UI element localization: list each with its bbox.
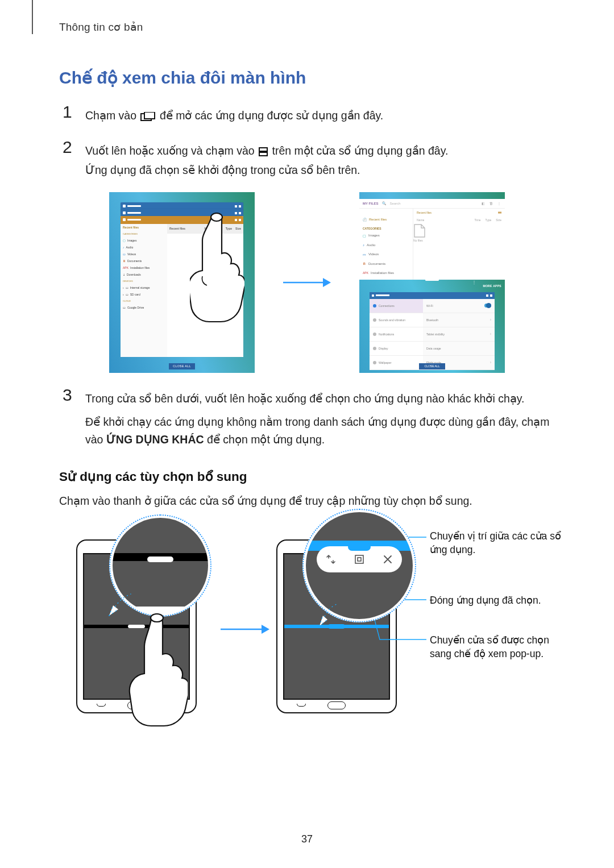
card-header xyxy=(370,292,495,299)
split-view-icon xyxy=(235,219,237,221)
step-text: Vuốt lên hoặc xuống và chạm vào xyxy=(85,144,258,157)
recent-card-files: Recent files CATEGORIES ▢Images ♪Audio ▭… xyxy=(121,216,243,357)
step-text: Chạm vào xyxy=(85,109,139,122)
step-body: Chạm vào để mở các ứng dụng được sử dụng… xyxy=(85,103,551,126)
card-stack: Recent files CATEGORIES ▢Images ♪Audio ▭… xyxy=(121,202,243,355)
tablet-recent-apps: Recent files CATEGORIES ▢Images ♪Audio ▭… xyxy=(109,192,255,373)
settings-item: Connections xyxy=(370,299,423,313)
callout-close: Đóng ứng dụng đã chọn. xyxy=(430,594,572,608)
settings-detail: Wi-Fi Bluetooth› Tablet visibility› Data… xyxy=(423,299,495,369)
sidebar-item: ⤓Downloads xyxy=(121,271,167,278)
card-title xyxy=(376,294,389,296)
file-icon xyxy=(413,223,505,239)
settings-row: Wi-Fi xyxy=(423,299,495,313)
category-audio: ♪Audio xyxy=(359,240,413,250)
bubble-tail-icon xyxy=(308,600,342,634)
split-view-icon xyxy=(259,144,268,161)
sidebar: Recent files CATEGORIES ▢Images ♪Audio ▭… xyxy=(121,224,167,357)
hdr-title: Recent files xyxy=(417,211,432,214)
handle-blue xyxy=(348,543,371,551)
callout-swap: Chuyển vị trí giữa các cửa sổ ứng dụng. xyxy=(430,530,572,556)
top-window-files: MY FILES 🔍 Search ◧ 🗑 ⋮ 🕘Recent files CA… xyxy=(359,199,505,280)
sidebar-item: ▭Videos xyxy=(121,251,167,258)
more-icon: ⋮ xyxy=(472,281,475,284)
more-icon: ⋮ xyxy=(497,201,501,206)
categories-sidebar: 🕘Recent files CATEGORIES ▢Images ♪Audio … xyxy=(359,209,413,280)
trash-icon: 🗑 xyxy=(489,201,493,206)
status-bar xyxy=(359,192,505,197)
file-main: Recent files ▮▮▮ Name Time Type Size N xyxy=(413,209,505,280)
sidebar-item: 🗎Documents xyxy=(121,258,167,264)
category-images: ▢Images xyxy=(359,231,413,240)
settings-row: Tablet visibility› xyxy=(423,327,495,342)
section-title: Chế độ xem chia đôi màn hình xyxy=(59,68,551,88)
category-videos: ▭Videos xyxy=(359,250,413,259)
status-bar xyxy=(109,192,255,197)
chevron-icon: › xyxy=(490,360,491,364)
gear-icon xyxy=(372,294,374,297)
step-text: để mở các ứng dụng được sử dụng gần đây. xyxy=(160,109,383,122)
document-page: Thông tin cơ bản Chế độ xem chia đôi màn… xyxy=(0,0,614,868)
svg-rect-3 xyxy=(259,152,267,156)
arrow-right-icon xyxy=(282,276,332,289)
step-number: 1 xyxy=(63,103,85,126)
zoom-bubble xyxy=(109,514,211,617)
step-3: 3 Trong cửa sổ bên dưới, vuốt lên hoặc x… xyxy=(63,387,551,449)
settings-row: Bluetooth› xyxy=(423,313,495,327)
empty-label: No files xyxy=(413,239,505,242)
app-toolbar: MY FILES 🔍 Search ◧ 🗑 ⋮ xyxy=(359,199,505,209)
tablet-split-view: MY FILES 🔍 Search ◧ 🗑 ⋮ 🕘Recent files CA… xyxy=(359,192,505,373)
app-title: MY FILES xyxy=(363,202,379,205)
search-placeholder: Search xyxy=(390,202,478,205)
callout-popup: Chuyển cửa sổ được chọn sang chế độ xem … xyxy=(430,634,572,661)
sidebar-item: ▢Images xyxy=(121,237,167,244)
chevron-icon: › xyxy=(490,318,491,322)
file-main: Recent files Name Time Type Size xyxy=(167,224,243,357)
cloud-header: CLOUD xyxy=(121,298,167,304)
devices-header: DEVICES xyxy=(121,278,167,284)
body-text: Chạm vào thanh ở giữa các cửa sổ ứng dụn… xyxy=(59,492,551,510)
page-number: 37 xyxy=(0,833,614,845)
sidebar-header: Recent files xyxy=(121,224,167,231)
step-body: Trong cửa sổ bên dưới, vuốt lên hoặc xuố… xyxy=(85,387,551,449)
settings-item: Wallpaper xyxy=(370,356,423,370)
section-header: CATEGORIES xyxy=(359,225,413,231)
step-text: trên một cửa sổ ứng dụng gần đây. xyxy=(272,144,449,157)
category-recent: 🕘Recent files xyxy=(359,215,413,225)
sidebar-item: ›▭Internal storage xyxy=(121,284,167,291)
svg-rect-2 xyxy=(259,148,267,151)
empty-label: No files xyxy=(167,301,243,304)
step-1: 1 Chạm vào để mở các ứng dụng được sử dụ… xyxy=(63,103,551,126)
close-icon xyxy=(239,219,241,221)
sidebar-item: ▭Google Drive xyxy=(121,304,167,311)
close-all-button[interactable]: CLOSE ALL xyxy=(419,363,445,369)
step-number: 2 xyxy=(63,139,85,179)
breadcrumb: Thông tin cơ bản xyxy=(59,20,551,34)
step-text: Trong cửa sổ bên dưới, vuốt lên hoặc xuố… xyxy=(85,392,524,405)
settings-row: Data usage xyxy=(423,342,495,356)
close-all-button[interactable]: CLOSE ALL xyxy=(169,363,195,369)
step-2: 2 Vuốt lên hoặc xuống và chạm vào trên m… xyxy=(63,139,551,179)
file-manager: Recent files CATEGORIES ▢Images ♪Audio ▭… xyxy=(121,224,243,357)
step-text: Ứng dụng đã chọn sẽ khởi động trong cửa … xyxy=(85,164,360,176)
bottom-window-picker: ⋮ MORE APPS Connections Sounds and vibra… xyxy=(359,280,505,373)
settings-item: Notifications xyxy=(370,327,423,342)
file-icon xyxy=(199,269,211,285)
sub-heading: Sử dụng các tùy chọn bổ sung xyxy=(59,469,551,484)
maximize-icon xyxy=(486,294,488,297)
toggle-switch xyxy=(484,304,491,308)
figure-split-screen: Recent files CATEGORIES ▢Images ♪Audio ▭… xyxy=(63,192,551,373)
step-text-bold: ỨNG DỤNG KHÁC xyxy=(106,433,204,446)
side-rule xyxy=(32,0,33,34)
more-apps-button[interactable]: MORE APPS xyxy=(483,284,501,288)
svg-rect-1 xyxy=(144,112,155,119)
bubble-tail-icon xyxy=(101,591,135,625)
settings-item: Sounds and vibration xyxy=(370,313,423,327)
split-handle xyxy=(425,279,439,281)
settings-item: Display xyxy=(370,342,423,356)
recent-card-settings: Connections Sounds and vibration Notific… xyxy=(370,292,495,369)
storage-icon: ◧ xyxy=(481,201,486,206)
recent-apps-icon xyxy=(140,109,155,126)
figure-toolbar-options: Chuyển vị trí giữa các cửa sổ ứng dụng. … xyxy=(59,528,507,738)
section-header xyxy=(359,209,413,215)
